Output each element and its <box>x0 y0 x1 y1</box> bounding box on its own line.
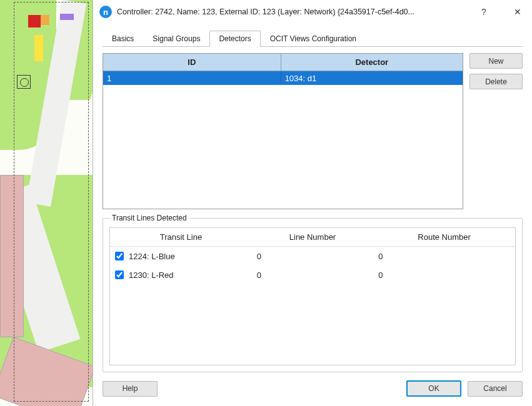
tab-detectors[interactable]: Detectors <box>209 31 260 47</box>
cell-id: 1 <box>103 71 281 85</box>
ok-button[interactable]: OK <box>406 380 461 397</box>
cell-detector: 1034: d1 <box>281 71 463 85</box>
transit-lines-group: Transit Lines Detected Transit Line Line… <box>103 218 523 372</box>
transit-line-label: 1230: L-Red <box>129 270 174 280</box>
titlebar: n Controller: 2742, Name: 123, External … <box>93 0 532 24</box>
close-button[interactable]: ✕ <box>503 2 532 22</box>
transit-checkbox[interactable] <box>115 270 124 279</box>
col-id[interactable]: ID <box>103 54 281 71</box>
transit-checkbox[interactable] <box>115 252 124 260</box>
help-button-bottom[interactable]: Help <box>103 381 158 397</box>
bottom-bar: Help OK Cancel <box>103 380 523 397</box>
line-number-cell[interactable]: 0 <box>252 270 373 280</box>
col-transit-line[interactable]: Transit Line <box>110 232 252 242</box>
col-route-number[interactable]: Route Number <box>373 232 515 242</box>
transit-header: Transit Line Line Number Route Number <box>110 228 515 247</box>
table-row[interactable]: 1 1034: d1 <box>103 71 463 85</box>
transit-lines-table[interactable]: Transit Line Line Number Route Number 12… <box>109 227 516 365</box>
controller-dialog: n Controller: 2742, Name: 123, External … <box>93 0 532 406</box>
tabstrip: Basics Signal Groups Detectors OCIT View… <box>103 29 523 46</box>
detectors-grid-header: ID Detector <box>103 54 463 71</box>
table-row[interactable]: 1224: L-Blue 0 0 <box>110 247 515 265</box>
line-number-cell[interactable]: 0 <box>252 252 373 261</box>
tab-ocit-views[interactable]: OCIT Views Configuration <box>261 31 366 47</box>
group-legend: Transit Lines Detected <box>109 214 189 222</box>
tab-basics[interactable]: Basics <box>103 31 143 47</box>
table-row[interactable]: 1230: L-Red 0 0 <box>110 265 515 284</box>
detectors-grid[interactable]: ID Detector 1 1034: d1 <box>103 53 463 209</box>
transit-line-label: 1224: L-Blue <box>129 252 175 261</box>
help-button[interactable]: ? <box>469 2 498 22</box>
app-icon: n <box>99 6 112 18</box>
col-detector[interactable]: Detector <box>281 54 463 71</box>
col-line-number[interactable]: Line Number <box>252 232 373 242</box>
new-button[interactable]: New <box>469 53 523 69</box>
route-number-cell[interactable]: 0 <box>373 270 515 280</box>
window-title: Controller: 2742, Name: 123, External ID… <box>117 7 464 16</box>
route-number-cell[interactable]: 0 <box>373 252 515 261</box>
delete-button[interactable]: Delete <box>469 74 523 89</box>
cancel-button[interactable]: Cancel <box>468 381 523 397</box>
tab-signal-groups[interactable]: Signal Groups <box>143 31 209 47</box>
